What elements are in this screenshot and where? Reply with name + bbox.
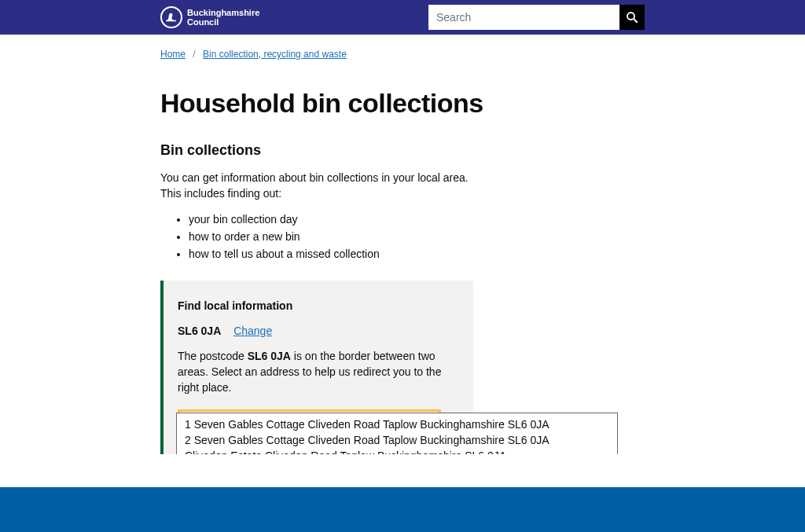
dropdown-option[interactable]: 1 Seven Gables Cottage Cliveden Road Tap… [177,416,617,432]
panel-title: Find local information [178,299,459,312]
logo-text: Buckinghamshire Council [187,8,259,27]
site-search [428,5,645,30]
logo-roundel-icon [160,6,182,28]
address-dropdown: 1 Seven Gables Cottage Cliveden Road Tap… [176,413,618,454]
search-input[interactable] [428,5,619,30]
section-title: Bin collections [160,142,645,159]
search-icon [625,10,639,24]
svg-point-0 [627,13,634,20]
dropdown-option[interactable]: 2 Seven Gables Cottage Cliveden Road Tap… [177,432,617,448]
border-message: The postcode SL6 0JA is on the border be… [178,348,459,396]
postcode-row: SL6 0JA Change [178,325,459,337]
dropdown-option[interactable]: Cliveden Estate Cliveden Road Taplow Buc… [177,448,617,454]
intro-list: your bin collection day how to order a n… [160,213,645,260]
search-button[interactable] [619,5,645,30]
site-header: Buckinghamshire Council [0,0,805,35]
breadcrumb-separator: / [193,49,195,60]
list-item: how to tell us about a missed collection [189,248,645,260]
change-link[interactable]: Change [233,325,272,337]
site-logo[interactable]: Buckinghamshire Council [160,6,259,28]
list-item: how to order a new bin [189,230,645,243]
postcode-value: SL6 0JA [178,325,221,337]
svg-line-1 [634,19,638,23]
page-title: Household bin collections [160,88,645,119]
breadcrumb: Home / Bin collection, recycling and was… [160,35,645,66]
list-item: your bin collection day [189,213,645,226]
intro-text: You can get information about bin collec… [160,170,475,202]
breadcrumb-link-home[interactable]: Home [160,49,186,60]
breadcrumb-link-bins[interactable]: Bin collection, recycling and waste [203,49,347,60]
